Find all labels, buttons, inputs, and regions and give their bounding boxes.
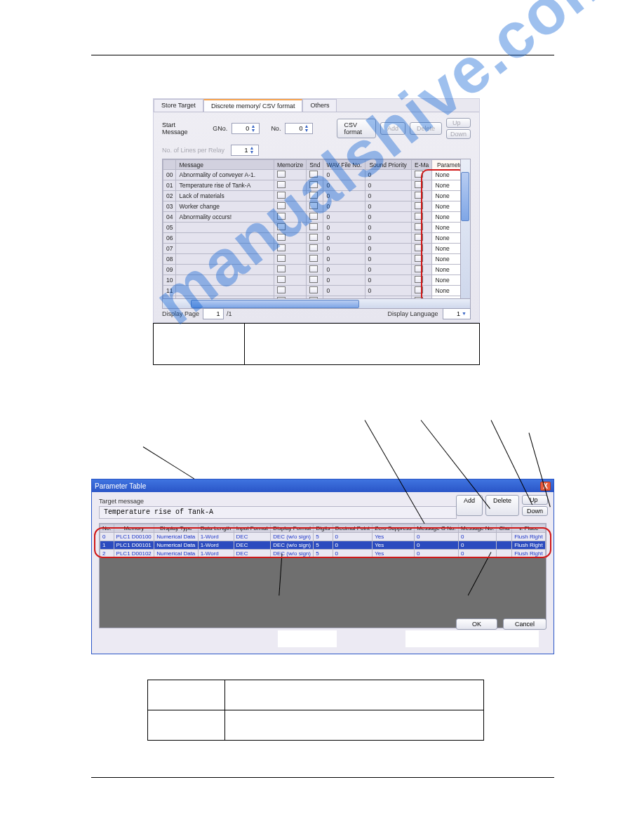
memorize-icon[interactable]: [277, 181, 286, 188]
table-cell[interactable]: 0: [323, 212, 365, 223]
table-row[interactable]: 0800None: [163, 254, 470, 265]
table-row[interactable]: 00Abnormality of conveyer A-1.00None: [163, 170, 470, 180]
email-icon[interactable]: [415, 244, 423, 251]
tab-others[interactable]: Others: [302, 99, 337, 112]
table-cell[interactable]: 0: [365, 275, 411, 286]
table-cell[interactable]: DEC: [234, 550, 271, 558]
table-cell[interactable]: [411, 233, 432, 244]
table-cell[interactable]: Numerical Data: [154, 550, 199, 558]
column-header[interactable]: Display Format: [271, 524, 314, 533]
spinner-icon[interactable]: ▲▼: [304, 124, 311, 133]
table-cell[interactable]: [274, 223, 307, 233]
table-cell[interactable]: [411, 201, 432, 212]
table-cell[interactable]: [307, 254, 323, 265]
column-header[interactable]: WAV File No.: [323, 160, 365, 170]
table-cell[interactable]: 1-Word: [198, 541, 234, 550]
table-cell[interactable]: [176, 233, 274, 244]
table-cell[interactable]: [411, 275, 432, 286]
table-cell[interactable]: [411, 244, 432, 254]
column-header[interactable]: Zero Suppress: [373, 524, 415, 533]
table-cell[interactable]: 0: [414, 550, 458, 558]
table-row[interactable]: 1100None: [163, 286, 470, 296]
table-cell[interactable]: 5: [314, 533, 333, 541]
table-cell[interactable]: 0: [333, 541, 373, 550]
table-cell[interactable]: 0: [458, 541, 496, 550]
table-cell[interactable]: [307, 223, 323, 233]
table-cell[interactable]: 0: [323, 244, 365, 254]
column-header[interactable]: Digits: [314, 524, 333, 533]
table-cell[interactable]: 00: [163, 170, 176, 180]
up-button[interactable]: Up: [522, 495, 548, 505]
table-cell[interactable]: 0: [333, 533, 373, 541]
table-cell[interactable]: [176, 275, 274, 286]
table-cell[interactable]: 1-Word: [198, 550, 234, 558]
table-cell[interactable]: [307, 265, 323, 275]
sound-icon[interactable]: [309, 171, 318, 178]
email-icon[interactable]: [415, 276, 423, 283]
table-cell[interactable]: [274, 191, 307, 201]
column-header[interactable]: Decimal Point: [333, 524, 373, 533]
table-cell[interactable]: 0: [365, 265, 411, 275]
table-cell[interactable]: Flush Right: [512, 541, 546, 550]
spinner-icon[interactable]: ▲▼: [250, 124, 257, 133]
table-cell[interactable]: Worker change: [176, 201, 274, 212]
column-header[interactable]: Memory: [114, 524, 154, 533]
memorize-icon[interactable]: [277, 202, 286, 209]
up-button[interactable]: Up: [446, 118, 471, 128]
sound-icon[interactable]: [309, 181, 318, 188]
table-cell[interactable]: 0: [323, 180, 365, 191]
table-cell[interactable]: [274, 244, 307, 254]
table-cell[interactable]: [274, 286, 307, 296]
table-cell[interactable]: DEC (w/o sign): [271, 550, 314, 558]
table-cell[interactable]: Lack of materials: [176, 191, 274, 201]
column-header[interactable]: v. Place: [512, 524, 546, 533]
table-row[interactable]: 0500None: [163, 223, 470, 233]
table-row[interactable]: 02Lack of materials00None: [163, 191, 470, 201]
email-icon[interactable]: [415, 234, 423, 241]
table-cell[interactable]: 09: [163, 265, 176, 275]
table-cell[interactable]: 2: [100, 550, 114, 558]
table-cell[interactable]: 0: [458, 550, 496, 558]
table-row[interactable]: 0600None: [163, 233, 470, 244]
table-cell[interactable]: [497, 533, 512, 541]
sound-icon[interactable]: [309, 255, 318, 262]
gno-input[interactable]: ▲▼: [232, 123, 260, 134]
table-cell[interactable]: 0: [365, 201, 411, 212]
message-grid[interactable]: MessageMemorizeSndWAV File No.Sound Prio…: [162, 159, 471, 309]
table-cell[interactable]: [307, 286, 323, 296]
table-cell[interactable]: [274, 180, 307, 191]
display-page-input[interactable]: [203, 308, 224, 319]
table-cell[interactable]: 0: [365, 180, 411, 191]
table-cell[interactable]: 0: [323, 223, 365, 233]
table-cell[interactable]: 0: [365, 286, 411, 296]
column-header[interactable]: Cha: [497, 524, 512, 533]
table-cell[interactable]: [411, 223, 432, 233]
chevron-down-icon[interactable]: ▼: [462, 312, 469, 316]
table-cell[interactable]: 5: [314, 550, 333, 558]
table-cell[interactable]: 0: [323, 233, 365, 244]
column-header[interactable]: Message: [176, 160, 274, 170]
table-cell[interactable]: Yes: [373, 541, 415, 550]
table-cell[interactable]: Temperature rise of Tank-A: [176, 180, 274, 191]
table-row[interactable]: 1PLC1 D00101Numerical Data1-WordDECDEC (…: [100, 541, 546, 550]
sound-icon[interactable]: [309, 276, 318, 283]
table-cell[interactable]: 0: [365, 212, 411, 223]
column-header[interactable]: E-Ma: [411, 160, 432, 170]
email-icon[interactable]: [415, 223, 423, 230]
memorize-icon[interactable]: [277, 244, 286, 251]
email-icon[interactable]: [415, 265, 423, 272]
table-cell[interactable]: [411, 254, 432, 265]
table-cell[interactable]: Yes: [373, 550, 415, 558]
table-cell[interactable]: [497, 541, 512, 550]
table-cell[interactable]: 0: [100, 533, 114, 541]
table-cell[interactable]: 0: [323, 286, 365, 296]
table-cell[interactable]: 11: [163, 286, 176, 296]
email-icon[interactable]: [415, 255, 423, 262]
table-cell[interactable]: 5: [314, 541, 333, 550]
table-cell[interactable]: 1-Word: [198, 533, 234, 541]
sound-icon[interactable]: [309, 265, 318, 272]
parameter-table[interactable]: No.MemoryDisplay TypeData LengthInput Fo…: [100, 524, 546, 558]
memorize-icon[interactable]: [277, 171, 286, 178]
table-cell[interactable]: [274, 275, 307, 286]
table-cell[interactable]: [274, 170, 307, 180]
